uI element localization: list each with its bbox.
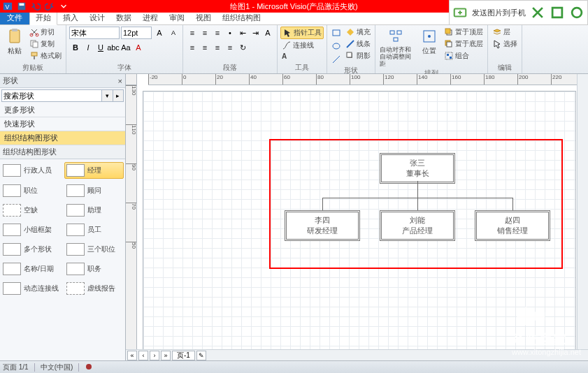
position-button[interactable]: 位置	[417, 27, 441, 57]
align-justify-icon[interactable]: ≡	[224, 41, 236, 54]
tab-orgchart[interactable]: 组织结构图	[217, 11, 266, 24]
connector-tool-button[interactable]: 连接线	[280, 40, 315, 51]
vertical-scrollbar[interactable]	[577, 85, 588, 349]
shape-stencil-item[interactable]: 小组框架	[1, 222, 61, 237]
org-connector	[322, 198, 323, 210]
shape-stencil-item[interactable]: 助理	[65, 203, 124, 218]
copy-button[interactable]: 复制	[28, 38, 63, 50]
tab-insert[interactable]: 插入	[57, 11, 84, 24]
pointer-tool-button[interactable]: 指针工具	[280, 27, 324, 39]
align-bot-icon[interactable]: ≡	[211, 27, 224, 39]
underline-icon[interactable]: U	[94, 41, 107, 54]
shapes-search-input[interactable]	[1, 89, 102, 102]
text-tool-button[interactable]: A	[280, 52, 288, 61]
side-btn-2[interactable]	[550, 5, 565, 20]
tab-process[interactable]: 进程	[137, 11, 164, 24]
org-node-root[interactable]: 张三 董事长	[380, 153, 455, 184]
cut-button[interactable]: 剪切	[28, 27, 63, 38]
bullets-icon[interactable]: •	[224, 27, 236, 39]
save-icon[interactable]	[15, 1, 28, 12]
tab-data[interactable]: 数据	[110, 11, 137, 24]
layer-button[interactable]: 层	[491, 27, 512, 38]
shape-stencil-item[interactable]: 顾问	[65, 183, 124, 198]
line-button[interactable]: 线条	[344, 38, 372, 50]
align-mid-icon[interactable]: ≡	[199, 27, 211, 39]
qat-dropdown-icon[interactable]	[57, 1, 70, 12]
shape-stencil-item[interactable]: 多个形状	[1, 242, 61, 257]
shape-ellipse-icon[interactable]	[330, 40, 343, 52]
page-tab-1[interactable]: 页-1	[172, 351, 195, 360]
file-tab[interactable]: 文件	[0, 11, 29, 24]
shapes-cat-org[interactable]: 组织结构图形状	[0, 131, 125, 145]
shape-stencil-item[interactable]: 空缺	[1, 203, 61, 218]
shape-stencil-item[interactable]: 行政人员	[1, 162, 60, 179]
side-btn-3[interactable]	[569, 5, 585, 20]
share-icon[interactable]	[452, 5, 468, 20]
select-button[interactable]: 选择	[491, 38, 519, 50]
indent-dec-icon[interactable]: ⇤	[236, 27, 249, 39]
align-center-icon[interactable]: ≡	[199, 41, 211, 54]
text-highlight-icon[interactable]: Aa	[120, 41, 132, 54]
fill-button[interactable]: 填充	[344, 27, 372, 38]
tab-home[interactable]: 开始	[29, 10, 57, 25]
shape-stencil-item[interactable]: 名称/日期	[1, 261, 61, 277]
drawing-canvas[interactable]: 张三 董事长 李四 研发经理	[137, 85, 577, 349]
shapes-cat-more[interactable]: 更多形状	[0, 103, 125, 117]
side-btn-1[interactable]	[530, 5, 545, 20]
shapes-panel-close-icon[interactable]: ×	[118, 77, 122, 85]
indent-inc-icon[interactable]: ⇥	[249, 27, 261, 39]
font-color-icon[interactable]: A	[132, 41, 145, 54]
svg-rect-29	[447, 42, 452, 47]
visio-app-icon[interactable]: V	[1, 1, 14, 12]
strike-icon[interactable]: abc	[107, 41, 120, 54]
italic-icon[interactable]: I	[82, 41, 94, 54]
font-name-combo[interactable]	[69, 27, 120, 39]
shape-stencil-item[interactable]: 经理	[64, 162, 124, 179]
shape-stencil-item[interactable]: 虚线报告	[65, 281, 124, 296]
shape-stencil-label: 经理	[87, 166, 101, 175]
align-right-icon[interactable]: ≡	[211, 41, 224, 54]
tab-view[interactable]: 视图	[190, 11, 217, 24]
org-node-child-1[interactable]: 刘能 产品经理	[380, 210, 455, 241]
paste-button[interactable]: 粘贴	[3, 27, 27, 57]
align-top-icon[interactable]: ≡	[186, 27, 199, 39]
org-child-name: 赵四	[477, 215, 548, 226]
org-node-child-2[interactable]: 赵四 销售经理	[475, 210, 550, 241]
page-nav-prev[interactable]: ‹	[138, 351, 148, 360]
redo-icon[interactable]	[43, 1, 56, 12]
bring-front-button[interactable]: 置于顶层	[443, 27, 485, 38]
undo-icon[interactable]	[29, 1, 42, 12]
page-add-button[interactable]: ✎	[196, 351, 206, 360]
shrink-font-icon[interactable]: A	[167, 27, 180, 39]
rotate-text-icon[interactable]: ↻	[236, 41, 249, 54]
shape-rect-icon[interactable]	[330, 27, 343, 39]
org-node-child-0[interactable]: 李四 研发经理	[285, 210, 360, 241]
shapes-search-go[interactable]: ▸	[113, 89, 124, 102]
page-nav-first[interactable]: «	[127, 351, 137, 360]
shadow-button[interactable]: 阴影	[344, 50, 372, 61]
shape-stencil-item[interactable]: 职务	[65, 261, 124, 277]
status-record-icon[interactable]	[85, 363, 93, 372]
page-nav-next[interactable]: ›	[150, 351, 159, 360]
grow-font-icon[interactable]: A	[153, 27, 166, 39]
shapes-cat-quick[interactable]: 快速形状	[0, 117, 125, 131]
tab-review[interactable]: 审阅	[164, 11, 190, 24]
font-size-combo[interactable]	[121, 27, 152, 39]
group-button[interactable]: 组合	[443, 50, 485, 61]
tab-design[interactable]: 设计	[84, 11, 110, 24]
format-painter-button[interactable]: 格式刷	[28, 50, 63, 61]
page-nav-last[interactable]: »	[161, 351, 171, 360]
shape-stencil-item[interactable]: 三个职位	[65, 242, 124, 257]
shape-stencil-item[interactable]: 员工	[65, 222, 124, 237]
send-back-button[interactable]: 置于底层	[443, 38, 485, 50]
shape-line-icon[interactable]	[330, 53, 343, 66]
align-left-icon[interactable]: ≡	[186, 41, 199, 54]
text-dir-icon[interactable]: A	[261, 27, 274, 39]
shape-stencil-item[interactable]: 职位	[1, 183, 61, 198]
side-panel-text[interactable]: 发送图片到手机	[472, 8, 526, 18]
shapes-search-dropdown[interactable]: ▾	[102, 89, 113, 102]
shape-stencil-item[interactable]: 动态连接线	[1, 281, 61, 296]
auto-align-button[interactable]: 自动对齐和自动调整间距	[378, 27, 416, 68]
bold-icon[interactable]: B	[69, 41, 82, 54]
drawing-page[interactable]: 张三 董事长 李四 研发经理	[143, 91, 576, 349]
